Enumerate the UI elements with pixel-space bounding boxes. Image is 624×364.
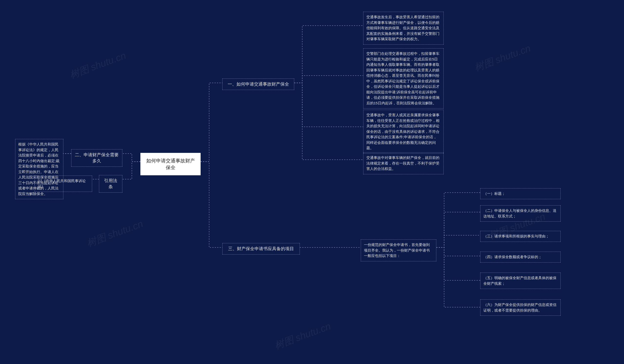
branch-1-leaf-1: 交通事故发生后，事故受害人希望通过扣留的方式将肇事车辆进行财产保全，以便今后的赔… — [363, 12, 444, 45]
branch-3: 三、财产保全申请书应具备的项目 — [222, 243, 300, 255]
branch-3-item-4: （四）请求保全数额或者争议标的； — [480, 252, 561, 262]
branch-1-leaf-3: 交通事故中，受害人或其近亲属要求保全肇事车辆，往往受害人正在抢救或治疗过程中，相… — [363, 110, 444, 154]
branch-1-leaf-4: 交通事故中对肇事车辆的财产保全，就目前的法律规定来看，存在一段真空，不利于保护受… — [363, 152, 444, 174]
branch-2: 二、申请财产保全需要多久 — [71, 149, 122, 167]
branch-1: 一、如何申请交通事故财产保全 — [222, 78, 294, 90]
watermark: 树图 shutu.cn — [472, 41, 533, 74]
branch-3-item-1: （一）标题； — [480, 188, 561, 199]
branch-3-item-5: （五）明确的被保全财产信息或者具体的被保全财产线索； — [480, 273, 561, 289]
branch-cite: 引用法条 — [99, 175, 122, 193]
watermark: 树图 shutu.cn — [68, 49, 128, 82]
branch-3-item-3: （三）请求事项和所根据的事实与理由； — [480, 231, 561, 242]
branch-cite-leaf: [1]《中华人民共和国民事诉讼法》 — [35, 176, 92, 192]
branch-3-item-6: （六）为财产保全提供担保的财产信息或资信证明，或者不需要提供担保的理由。 — [480, 299, 561, 316]
watermark: 树图 shutu.cn — [85, 217, 145, 250]
branch-3-item-2: （二）申请保全人与被保全人的身份信息、送达地址、联系方式； — [480, 205, 561, 222]
watermark: 树图 shutu.cn — [273, 319, 333, 352]
branch-1-leaf-2: 交警部门在处理交通事故过程中，扣留肇事车辆只能是为进行检验和鉴定，完成后应在5日… — [363, 48, 444, 108]
root-node: 如何申请交通事故财产保全 — [140, 153, 201, 175]
branch-3-intro: 一份规范的财产保全申请书，首先要做到项目齐全。我认为，一份财产保全申请书一般应包… — [361, 239, 436, 261]
